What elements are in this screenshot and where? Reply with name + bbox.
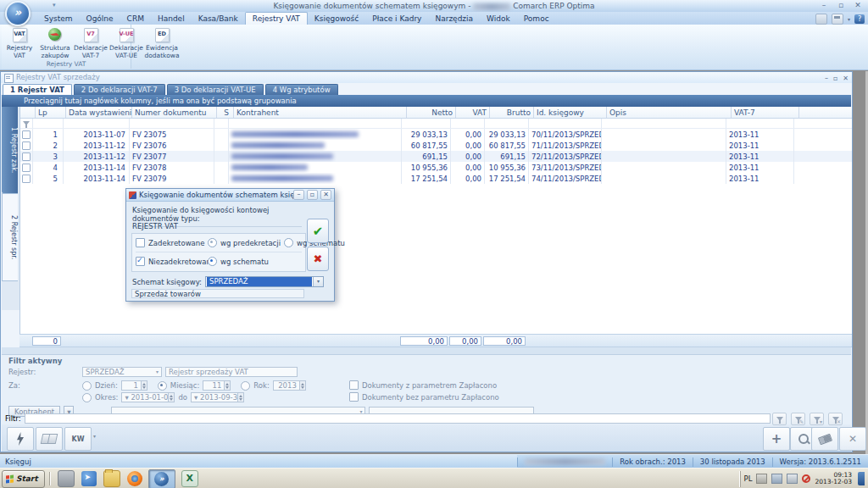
- side-tab-rejestr-sprzedazy[interactable]: 2 Rejestr spr.: [2, 193, 18, 281]
- pin-icon[interactable]: [815, 14, 827, 25]
- excel-icon[interactable]: [181, 470, 198, 487]
- tab-kasa-bank[interactable]: Kasa/Bank: [192, 13, 245, 25]
- mdi-close-button[interactable]: ✕: [843, 73, 849, 84]
- tab-ogolne[interactable]: Ogólne: [80, 13, 120, 25]
- radio-okres[interactable]: [82, 393, 92, 402]
- filter-wizard-icon[interactable]: ▾: [810, 413, 824, 425]
- dialog-maximize-button[interactable]: ▫: [307, 190, 318, 200]
- dzien-spinner[interactable]: 1: [121, 380, 147, 391]
- tab-narzedzia[interactable]: Narzędzia: [428, 13, 480, 25]
- taskbar-clock[interactable]: 09:13 2013-12-03: [815, 472, 852, 485]
- cancel-button[interactable]: ✖: [307, 247, 329, 271]
- tray-printer-icon[interactable]: [756, 474, 767, 484]
- optima-taskbar-button[interactable]: »: [148, 469, 175, 488]
- tab-crm[interactable]: CRM: [120, 13, 151, 25]
- table-row[interactable]: 5 2013-11-14 FV 23079 17 251,54 0,00 17 …: [20, 173, 852, 184]
- panel-splitter[interactable]: [2, 347, 851, 354]
- tab-ksiegowosc[interactable]: Księgowość: [308, 13, 365, 25]
- col-vat[interactable]: VAT: [456, 107, 490, 118]
- row-checkbox[interactable]: [22, 152, 31, 161]
- show-desktop-icon[interactable]: [58, 470, 75, 487]
- tab-do-deklaracji-vat7[interactable]: 2 Do deklaracji VAT-7: [74, 84, 165, 95]
- col-s[interactable]: S: [217, 107, 234, 118]
- deklaracje-vat7-button[interactable]: V7 Deklaracje VAT-7: [73, 26, 108, 59]
- tab-pomoc[interactable]: Pomoc: [517, 13, 556, 25]
- col-id-ksiegowy[interactable]: Id. księgowy: [534, 107, 607, 118]
- clear-filter-icon[interactable]: ✕: [828, 413, 843, 425]
- col-netto[interactable]: Netto: [407, 107, 456, 118]
- wg-schematu-radio-1[interactable]: [284, 238, 293, 247]
- filtr-input[interactable]: [25, 413, 771, 424]
- radio-rok[interactable]: [241, 381, 250, 391]
- help-icon[interactable]: ?: [854, 14, 865, 24]
- close-window-button[interactable]: ✕: [839, 427, 866, 451]
- miesiac-spinner[interactable]: 11: [203, 380, 231, 391]
- print-dropdown-icon[interactable]: ▾: [848, 16, 850, 22]
- firefox-icon[interactable]: [127, 471, 142, 486]
- select-all-header[interactable]: [20, 107, 36, 118]
- tray-network-icon[interactable]: [771, 474, 782, 484]
- wg-predekretacji-radio[interactable]: [208, 238, 217, 247]
- col-brutto[interactable]: Brutto: [490, 107, 534, 118]
- print-icon[interactable]: [832, 14, 843, 25]
- table-row[interactable]: 2 2013-11-12 FV 23076 60 817,55 0,00 60 …: [20, 140, 852, 151]
- table-row[interactable]: 3 2013-11-12 FV 23077 691,15 0,00 691,15…: [20, 151, 852, 162]
- radio-miesiac[interactable]: [158, 381, 167, 391]
- ksieguj-button[interactable]: [7, 427, 34, 451]
- kw-operations-button[interactable]: KW: [64, 427, 92, 451]
- col-vat7[interactable]: VAT-7: [732, 107, 799, 118]
- radio-dzien[interactable]: [82, 381, 92, 391]
- group-by-hint-bar[interactable]: Przeciągnij tutaj nagłówek kolumny, jeśl…: [2, 95, 851, 107]
- col-data-wystawienia[interactable]: Data wystawienia▲: [66, 107, 132, 118]
- tray-edge-icon[interactable]: [858, 472, 865, 485]
- mdi-maximize-button[interactable]: ▫: [833, 73, 837, 84]
- combo-dropdown-icon[interactable]: ▾: [313, 277, 323, 286]
- minimize-button[interactable]: –: [819, 1, 829, 9]
- tray-display-icon[interactable]: [787, 474, 798, 484]
- add-record-button[interactable]: +: [763, 427, 790, 451]
- tray-blocked-icon[interactable]: [802, 474, 810, 483]
- struktura-zakupow-button[interactable]: Struktura zakupów: [37, 26, 73, 59]
- kw-dropdown-icon[interactable]: ▾: [93, 433, 96, 439]
- mdi-minimize-button[interactable]: –: [825, 73, 828, 84]
- ewidencja-dodatkowa-button[interactable]: ED Ewidencja dodatkowa: [144, 26, 180, 59]
- table-row[interactable]: 1 2013-11-07 FV 23075 29 033,13 0,00 29 …: [20, 129, 852, 140]
- zadekretowane-checkbox[interactable]: [136, 238, 145, 247]
- confirm-button[interactable]: ✔: [307, 219, 329, 243]
- grid-filter-row[interactable]: [20, 119, 852, 129]
- schemat-ksiegowy-combo[interactable]: SPRZEDAŻ ▾: [205, 276, 324, 287]
- side-tab-rejestr-zakupow[interactable]: 1 Rejestr zak.: [2, 107, 18, 193]
- comarch-logo-button[interactable]: »: [5, 1, 31, 26]
- col-kontrahent[interactable]: Kontrahent: [234, 107, 407, 118]
- col-numer-dokumentu[interactable]: Numer dokumentu: [132, 107, 217, 118]
- maximize-button[interactable]: ▫: [836, 1, 846, 9]
- tab-widok[interactable]: Widok: [480, 13, 517, 25]
- tab-place-kadry[interactable]: Płace i Kadry: [365, 13, 428, 25]
- language-indicator[interactable]: PL: [744, 474, 753, 483]
- col-opis[interactable]: Opis: [607, 107, 732, 118]
- checkbox-dokumenty-bez-zaplacono[interactable]: [349, 392, 359, 402]
- wg-schematu-radio-2[interactable]: [208, 257, 217, 266]
- quick-access-dropdown-icon[interactable]: ▾: [53, 2, 56, 8]
- rok-spinner[interactable]: 2013: [273, 380, 306, 391]
- row-checkbox[interactable]: [22, 130, 31, 139]
- row-checkbox[interactable]: [22, 164, 31, 172]
- niezadekretowane-checkbox[interactable]: [136, 257, 145, 266]
- checkbox-dokumenty-zaplacono[interactable]: [349, 380, 359, 390]
- col-lp[interactable]: Lp: [36, 107, 66, 118]
- tab-handel[interactable]: Handel: [151, 13, 192, 25]
- tab-system[interactable]: System: [37, 13, 80, 25]
- start-button[interactable]: Start: [2, 470, 45, 488]
- tab-rejestry-vat[interactable]: Rejestry VAT: [245, 12, 308, 25]
- row-checkbox[interactable]: [22, 175, 31, 183]
- table-row[interactable]: 4 2013-11-14 FV 23078 10 955,36 0,00 10 …: [20, 162, 852, 173]
- rejestry-vat-button[interactable]: VAT Rejestry VAT: [2, 26, 37, 59]
- close-button[interactable]: ✕: [853, 1, 863, 9]
- zapisy-ksiegowe-button[interactable]: [36, 427, 63, 451]
- tab-rejestr-vat[interactable]: 1 Rejestr VAT: [3, 84, 72, 95]
- tab-do-deklaracji-vatue[interactable]: 3 Do deklaracji VAT-UE: [167, 84, 264, 95]
- row-checkbox[interactable]: [22, 141, 31, 150]
- delete-record-button[interactable]: [811, 427, 838, 451]
- rejestr-combo[interactable]: SPRZEDAŻ▾: [82, 367, 162, 377]
- deklaracje-vatue-button[interactable]: V-UE Deklaracje VAT-UE: [108, 26, 144, 59]
